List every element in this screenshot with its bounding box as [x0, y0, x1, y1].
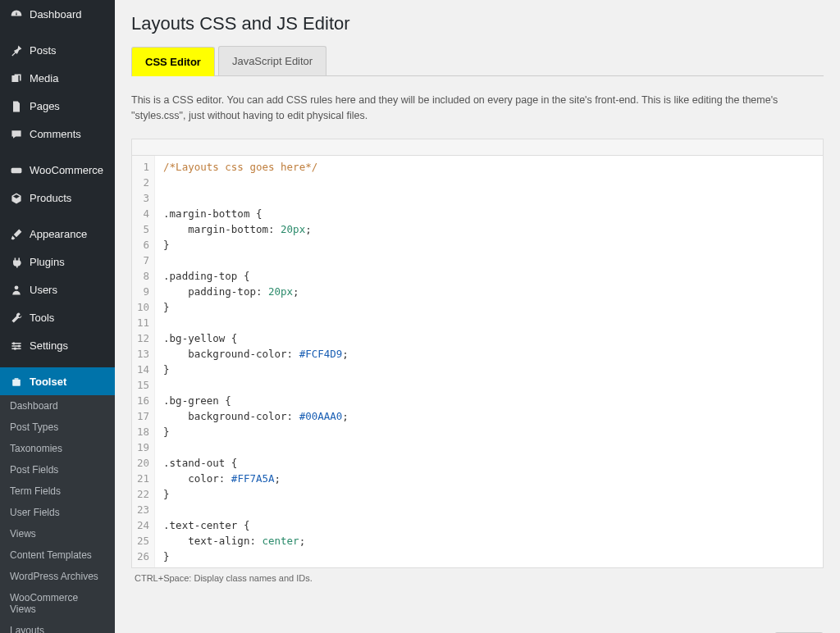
submenu-item-post-types[interactable]: Post Types — [0, 417, 115, 438]
code-line[interactable] — [163, 377, 349, 393]
code-line[interactable]: } — [163, 486, 349, 502]
menu-item-plugins[interactable]: Plugins — [0, 248, 115, 276]
submenu-item-term-fields[interactable]: Term Fields — [0, 480, 115, 502]
main-content: Layouts CSS and JS Editor CSS EditorJava… — [115, 0, 840, 633]
plug-icon — [8, 254, 25, 269]
menu-item-label: Toolset — [30, 376, 66, 388]
line-number: 18 — [137, 424, 149, 439]
svg-rect-0 — [11, 168, 22, 173]
code-line[interactable] — [163, 253, 349, 268]
media-icon — [8, 71, 25, 85]
line-number: 6 — [137, 237, 149, 253]
line-number: 5 — [137, 221, 149, 237]
menu-item-products[interactable]: Products — [0, 184, 115, 212]
line-number: 8 — [137, 268, 149, 284]
toolset-icon — [8, 374, 25, 389]
line-number: 15 — [137, 377, 149, 393]
code-line[interactable]: /*Layouts css goes here*/ — [163, 159, 349, 175]
code-line[interactable]: color: #FF7A5A; — [163, 471, 349, 486]
tab-css-editor[interactable]: CSS Editor — [131, 47, 215, 76]
brush-icon — [8, 226, 25, 241]
menu-item-comments[interactable]: Comments — [0, 120, 115, 148]
menu-item-label: Posts — [30, 44, 57, 57]
menu-item-tools[interactable]: Tools — [0, 303, 115, 331]
page-icon — [8, 98, 25, 113]
tab-javascript-editor[interactable]: JavaScript Editor — [218, 46, 326, 75]
code-line[interactable]: .bg-yellow { — [163, 330, 349, 346]
code-line[interactable]: .padding-top { — [163, 268, 349, 284]
woo-icon — [8, 162, 25, 177]
submenu-item-dashboard[interactable]: Dashboard — [0, 395, 115, 417]
menu-item-media[interactable]: Media — [0, 64, 115, 92]
wrench-icon — [8, 310, 25, 325]
line-number: 20 — [137, 455, 149, 471]
menu-item-label: WooCommerce — [30, 164, 103, 176]
code-line[interactable]: background-color: #FCF4D9; — [163, 346, 349, 362]
code-line[interactable]: padding-top: 20px; — [163, 284, 349, 299]
code-line[interactable] — [163, 315, 349, 330]
line-number: 23 — [137, 502, 149, 517]
submenu-item-layouts[interactable]: Layouts — [0, 620, 115, 633]
code-editor[interactable]: 1234567891011121314151617181920212223242… — [131, 139, 824, 568]
code-line[interactable]: .stand-out { — [163, 455, 349, 471]
svg-point-4 — [14, 347, 16, 349]
code-line[interactable]: } — [163, 362, 349, 377]
line-number: 9 — [137, 284, 149, 299]
editor-hint: CTRL+Space: Display class names and IDs. — [135, 573, 824, 583]
user-icon — [8, 282, 25, 297]
submenu-item-views[interactable]: Views — [0, 523, 115, 544]
code-line[interactable] — [163, 175, 349, 190]
menu-item-label: Media — [30, 72, 58, 84]
submenu-item-user-fields[interactable]: User Fields — [0, 502, 115, 523]
menu-item-label: Dashboard — [30, 8, 82, 20]
menu-item-posts[interactable]: Posts — [0, 36, 115, 64]
menu-item-users[interactable]: Users — [0, 276, 115, 303]
submenu-item-taxonomies[interactable]: Taxonomies — [0, 438, 115, 459]
submenu-item-wordpress-archives[interactable]: WordPress Archives — [0, 566, 115, 587]
svg-point-2 — [12, 342, 15, 344]
code-line[interactable]: } — [163, 549, 349, 564]
submenu-item-woocommerce-views[interactable]: WooCommerce Views — [0, 587, 115, 620]
menu-item-woocommerce[interactable]: WooCommerce — [0, 156, 115, 184]
code-line[interactable] — [163, 439, 349, 455]
code-line[interactable]: } — [163, 424, 349, 439]
submenu-item-post-fields[interactable]: Post Fields — [0, 459, 115, 480]
line-gutter: 1234567891011121314151617181920212223242… — [132, 156, 155, 567]
editor-toolbar — [132, 139, 823, 156]
svg-point-1 — [15, 285, 19, 289]
menu-item-label: Pages — [30, 100, 60, 112]
code-line[interactable]: text-align: center; — [163, 533, 349, 549]
code-line[interactable] — [163, 502, 349, 517]
line-number: 17 — [137, 408, 149, 424]
line-number: 11 — [137, 315, 149, 330]
code-line[interactable]: background-color: #00AAA0; — [163, 408, 349, 424]
line-number: 25 — [137, 533, 149, 549]
line-number: 10 — [137, 299, 149, 315]
line-number: 12 — [137, 330, 149, 346]
line-number: 24 — [137, 517, 149, 533]
line-number: 13 — [137, 346, 149, 362]
menu-item-settings[interactable]: Settings — [0, 331, 115, 359]
code-line[interactable]: } — [163, 237, 349, 253]
code-line[interactable]: margin-bottom: 20px; — [163, 221, 349, 237]
code-line[interactable]: } — [163, 299, 349, 315]
code-line[interactable]: .text-center { — [163, 517, 349, 533]
line-number: 14 — [137, 362, 149, 377]
line-number: 7 — [137, 253, 149, 268]
line-number: 3 — [137, 190, 149, 206]
menu-item-pages[interactable]: Pages — [0, 92, 115, 120]
menu-item-appearance[interactable]: Appearance — [0, 220, 115, 248]
admin-sidebar: DashboardPostsMediaPagesCommentsWooComme… — [0, 0, 115, 633]
menu-item-toolset[interactable]: Toolset — [0, 367, 115, 395]
svg-point-3 — [18, 344, 21, 347]
menu-item-dashboard[interactable]: Dashboard — [0, 0, 115, 28]
menu-item-label: Products — [30, 192, 71, 204]
submenu-item-content-templates[interactable]: Content Templates — [0, 544, 115, 566]
code-content[interactable]: /*Layouts css goes here*/ .margin-bottom… — [155, 156, 357, 567]
code-line[interactable]: .bg-green { — [163, 393, 349, 408]
code-line[interactable] — [163, 190, 349, 206]
code-line[interactable]: .margin-bottom { — [163, 206, 349, 221]
line-number: 22 — [137, 486, 149, 502]
editor-tabs: CSS EditorJavaScript Editor — [131, 46, 824, 76]
line-number: 19 — [137, 439, 149, 455]
